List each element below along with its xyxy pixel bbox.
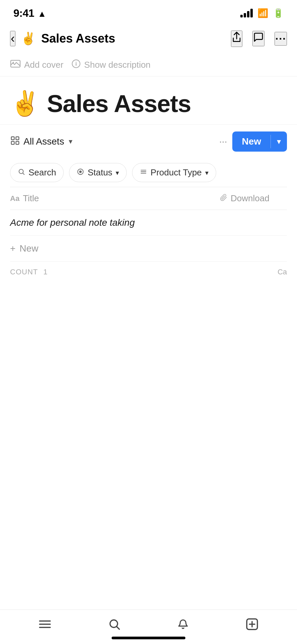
search-filter-icon — [18, 168, 25, 177]
svg-line-10 — [23, 173, 24, 174]
add-new-row-label: New — [19, 243, 38, 254]
add-cover-label: Add cover — [24, 60, 63, 70]
download-col-icon — [220, 194, 227, 203]
table-row[interactable]: Acme for personal note taking — [10, 210, 287, 236]
view-label: All Assets — [23, 136, 64, 147]
page-header: ✌️ Sales Assets — [0, 79, 297, 124]
product-type-filter-icon — [140, 168, 147, 177]
status-time-group: 9:41 ▲ — [13, 7, 46, 19]
svg-rect-8 — [16, 141, 19, 144]
signal-bars-icon — [240, 9, 253, 17]
table-header-row: Aa Title Download — [10, 187, 287, 210]
database-table: Aa Title Download Acme for personal note… — [10, 187, 287, 282]
new-button-group: New ▾ — [232, 131, 287, 152]
title-col-label: Title — [23, 193, 39, 204]
add-cover-button[interactable]: Add cover — [10, 59, 63, 71]
page-emoji-nav: ✌️ — [21, 32, 36, 46]
count-value: 1 — [43, 268, 47, 276]
nav-right: ··· — [231, 31, 287, 47]
page-title-row: ✌️ Sales Assets — [10, 89, 287, 118]
svg-point-12 — [79, 170, 82, 173]
wifi-icon: 📶 — [257, 8, 268, 18]
view-caret-icon: ▾ — [69, 137, 72, 146]
location-arrow-icon: ▲ — [38, 9, 47, 19]
status-filter-button[interactable]: Status ▾ — [69, 163, 127, 182]
battery-icon: 🔋 — [273, 8, 284, 18]
view-selector-button[interactable]: All Assets ▾ — [10, 136, 72, 148]
add-new-row-button[interactable]: + New — [10, 236, 287, 262]
svg-rect-5 — [11, 137, 14, 140]
db-more-button[interactable]: ··· — [219, 136, 227, 147]
add-new-row-icon: + — [10, 243, 15, 254]
notifications-nav-button[interactable] — [177, 618, 189, 631]
product-type-filter-button[interactable]: Product Type ▾ — [132, 163, 216, 182]
row-title-cell: Acme for personal note taking — [10, 217, 220, 228]
search-filter-button[interactable]: Search — [10, 163, 64, 182]
new-record-options-button[interactable]: ▾ — [271, 132, 287, 151]
search-filter-label: Search — [28, 167, 56, 178]
share-icon — [232, 31, 242, 43]
info-icon — [71, 59, 81, 71]
product-type-filter-caret: ▾ — [205, 169, 209, 177]
db-right-actions: ··· New ▾ — [219, 131, 287, 152]
add-cover-icon — [10, 59, 21, 71]
product-type-filter-label: Product Type — [151, 167, 202, 178]
page-title-nav: Sales Assets — [41, 32, 115, 46]
title-column-header: Aa Title — [10, 193, 220, 204]
nav-left: ‹ ✌️ Sales Assets — [10, 31, 115, 46]
add-nav-button[interactable] — [246, 618, 258, 631]
filter-bar: Search Status ▾ Product Type ▾ — [0, 158, 297, 187]
database-toolbar: All Assets ▾ ··· New ▾ — [0, 124, 297, 158]
status-time: 9:41 — [13, 7, 34, 19]
download-col-label: Download — [231, 193, 270, 204]
status-filter-label: Status — [87, 167, 112, 178]
search-nav-button[interactable] — [108, 618, 120, 630]
grid-view-icon — [10, 136, 20, 148]
svg-rect-6 — [16, 137, 19, 140]
status-bar: 9:41 ▲ 📶 🔋 — [0, 0, 297, 23]
show-description-button[interactable]: Show description — [71, 59, 151, 71]
comment-button[interactable] — [252, 31, 264, 46]
status-filter-icon — [77, 168, 84, 177]
menu-nav-button[interactable] — [39, 619, 51, 630]
status-filter-caret: ▾ — [116, 169, 119, 177]
page-emoji: ✌️ — [10, 89, 40, 118]
share-button[interactable] — [231, 31, 242, 47]
svg-line-20 — [117, 627, 119, 629]
status-icons: 📶 🔋 — [240, 8, 284, 18]
comment-icon — [253, 32, 264, 43]
back-button[interactable]: ‹ — [10, 31, 15, 46]
count-bar: COUNT 1 Ca — [10, 262, 287, 282]
title-col-icon: Aa — [10, 194, 19, 203]
home-indicator — [112, 637, 185, 639]
more-button[interactable]: ··· — [275, 32, 287, 46]
download-column-header: Download — [220, 193, 287, 204]
svg-rect-7 — [11, 141, 14, 144]
show-description-label: Show description — [84, 60, 151, 70]
page-toolbar: Add cover Show description — [0, 54, 297, 76]
count-extra: Ca — [278, 268, 287, 276]
nav-bar: ‹ ✌️ Sales Assets ··· — [0, 23, 297, 54]
page-title: Sales Assets — [47, 90, 191, 117]
count-label: COUNT — [10, 268, 38, 276]
new-record-button[interactable]: New — [232, 131, 271, 152]
svg-point-1 — [13, 62, 14, 63]
